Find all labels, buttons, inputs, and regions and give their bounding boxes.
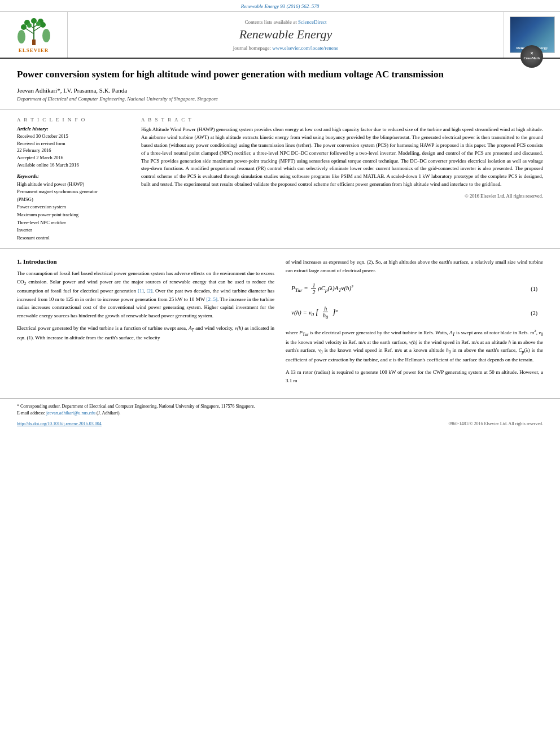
svg-rect-0 [32, 40, 36, 45]
keyword-7: Resonant control [17, 234, 130, 242]
equation-1-content: PTur = 12ρCp(λ)ATv(h)3 [291, 282, 353, 295]
affiliation-text: Department of Electrical and Computer En… [17, 96, 520, 102]
svg-point-10 [31, 18, 37, 24]
svg-point-6 [21, 24, 27, 30]
svg-point-9 [40, 22, 46, 28]
science-direct-line: Contents lists available at ScienceDirec… [245, 19, 327, 25]
equation-2-block: v(h) = v0 [ h h0 ]α (2) [286, 303, 543, 322]
body-section: 1. Introduction The consumption of fossi… [0, 249, 560, 398]
body-two-col: 1. Introduction The consumption of fossi… [17, 258, 543, 389]
fraction-h-h0: h h0 [322, 305, 329, 320]
keyword-4: Maximum power-point tracking [17, 211, 130, 219]
keyword-5: Three-level NPC rectifier [17, 219, 130, 227]
equation-1-number: (1) [531, 286, 537, 292]
article-info-heading: A R T I C L E I N F O [17, 117, 130, 123]
article-info-column: A R T I C L E I N F O Article history: R… [17, 117, 130, 242]
footnote-section: * Corresponding author. Department of El… [0, 398, 560, 419]
doi-link[interactable]: http://dx.doi.org/10.1016/j.renene.2016.… [17, 421, 102, 426]
right-paragraph-3: A 13 m rotor (radius) is required to gen… [286, 368, 543, 385]
homepage-line: journal homepage: www.elsevier.com/locat… [233, 45, 338, 51]
keyword-3: Power conversion system [17, 203, 130, 211]
body-right-column: of wind increases as expressed by eqn. (… [286, 258, 543, 389]
svg-point-13 [18, 30, 25, 43]
elsevier-logo-section: ELSEVIER [0, 12, 68, 58]
article-history: Article history: Received 30 October 201… [17, 126, 130, 169]
keyword-1: High altitude wind power (HAWP) [17, 181, 130, 189]
article-info-abstract-section: A R T I C L E I N F O Article history: R… [0, 110, 560, 250]
fraction-half: 12 [311, 282, 316, 295]
right-paragraph-1: of wind increases as expressed by eqn. (… [286, 258, 543, 274]
footnote-corresponding: * Corresponding author. Department of El… [17, 403, 543, 410]
keywords-list: High altitude wind power (HAWP) Permanen… [17, 181, 130, 242]
intro-paragraph-2: Electrical power generated by the wind t… [17, 324, 274, 342]
introduction-title: 1. Introduction [17, 258, 274, 265]
issn-text: 0960-1481/© 2016 Elsevier Ltd. All right… [449, 421, 543, 426]
received-date: Received 30 October 2015 [17, 133, 130, 140]
contents-available-text: Contents lists available at [245, 19, 297, 25]
authors-line: Jeevan Adhikari*, I.V. Prasanna, S.K. Pa… [17, 87, 520, 94]
crossmark-icon: ✕CrossMark [523, 52, 540, 60]
ref-1[interactable]: [1] [138, 288, 144, 294]
elsevier-logo: ELSEVIER [17, 17, 51, 53]
abstract-text: High Altitude Wind Power (HAWP) generati… [141, 126, 543, 189]
equation-2-content: v(h) = v0 [ h h0 ]α [291, 305, 338, 320]
header-center: Contents lists available at ScienceDirec… [68, 12, 504, 58]
article-header-left: Power conversion system for high altitud… [17, 68, 520, 104]
email-link[interactable]: jeevan.adhikari@u.nus.edu [46, 410, 95, 416]
svg-line-2 [25, 28, 34, 34]
equation-2-number: (2) [531, 310, 537, 316]
ref-2-5[interactable]: [2–5] [206, 296, 217, 302]
page-container: Renewable Energy 93 (2016) 562–578 [0, 0, 560, 429]
body-left-column: 1. Introduction The consumption of fossi… [17, 258, 274, 389]
revised-text: Received in revised form22 February 2016 [17, 140, 130, 155]
crossmark-section: ✕CrossMark [520, 45, 543, 68]
svg-point-14 [42, 29, 50, 42]
article-title: Power conversion system for high altitud… [17, 68, 520, 81]
keyword-2: Permanent magnet synchronous generator(P… [17, 188, 130, 203]
authors-text: Jeevan Adhikari*, I.V. Prasanna, S.K. Pa… [17, 87, 127, 94]
ref-2[interactable]: [2] [146, 288, 152, 294]
keywords-label: Keywords: [17, 173, 130, 179]
crossmark-badge: ✕CrossMark [520, 45, 543, 68]
copyright-line: © 2016 Elsevier Ltd. All rights reserved… [141, 193, 543, 199]
accepted-date: Accepted 2 March 2016 [17, 154, 130, 161]
elsevier-text: ELSEVIER [19, 47, 49, 53]
equation-1-block: PTur = 12ρCp(λ)ATv(h)3 (1) [286, 280, 543, 298]
top-citation-bar: Renewable Energy 93 (2016) 562–578 [0, 0, 560, 12]
abstract-column: A B S T R A C T High Altitude Wind Power… [141, 117, 543, 242]
keywords-section: Keywords: High altitude wind power (HAWP… [17, 173, 130, 242]
right-paragraph-2: where PTur is the electrical power gener… [286, 328, 543, 364]
available-date: Available online 16 March 2016 [17, 161, 130, 169]
journal-citation: Renewable Energy 93 (2016) 562–578 [241, 3, 320, 9]
footnote-email: E-mail address: jeevan.adhikari@u.nus.ed… [17, 410, 543, 417]
abstract-heading: A B S T R A C T [141, 117, 543, 123]
homepage-label-text: journal homepage: [233, 45, 271, 51]
intro-paragraph-1: The consumption of fossil fuel based ele… [17, 269, 274, 320]
journal-title-header: Renewable Energy [239, 27, 333, 42]
bottom-bar: http://dx.doi.org/10.1016/j.renene.2016.… [0, 419, 560, 429]
keyword-6: Inverter [17, 226, 130, 234]
science-direct-link[interactable]: ScienceDirect [298, 19, 326, 25]
svg-point-12 [36, 21, 41, 26]
elsevier-tree-icon [17, 17, 51, 46]
svg-point-11 [27, 23, 32, 28]
header-section: ELSEVIER Contents lists available at Sci… [0, 12, 560, 59]
article-title-section: Power conversion system for high altitud… [0, 59, 560, 110]
homepage-url[interactable]: www.elsevier.com/locate/renene [272, 45, 338, 51]
article-history-label: Article history: [17, 126, 130, 132]
